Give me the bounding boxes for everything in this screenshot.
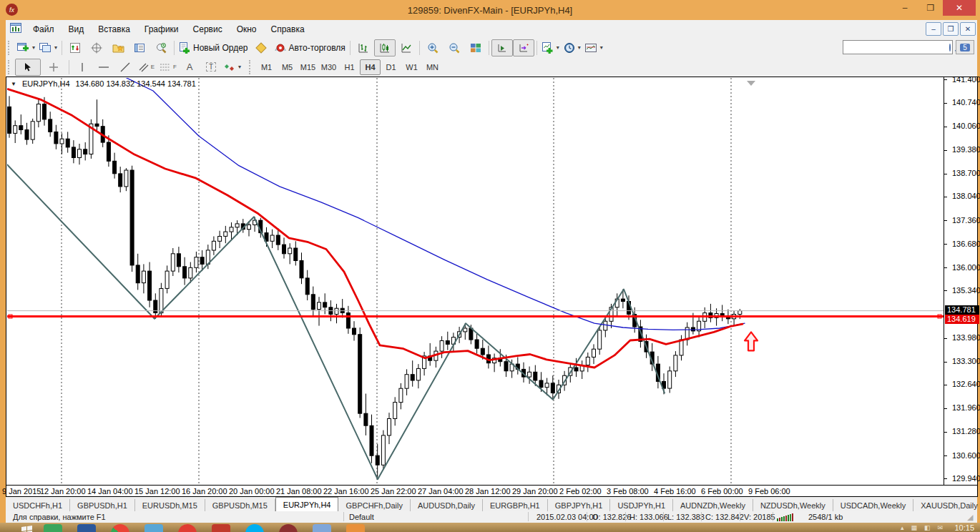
search-input[interactable]	[843, 42, 949, 52]
search-icon[interactable]	[949, 44, 951, 51]
chart-tab-usdchfh-h1[interactable]: USDCHFh,H1	[6, 499, 70, 511]
app-maroon[interactable]	[279, 524, 298, 532]
text-label-tool-button[interactable]: T	[200, 59, 222, 76]
vertical-line-tool-button[interactable]	[72, 59, 93, 76]
chart-tab-audusdh-daily[interactable]: AUDUSDh,Daily	[411, 499, 483, 511]
timeframe-h1[interactable]: H1	[339, 59, 360, 75]
tile-windows-button[interactable]	[465, 39, 486, 56]
app-green[interactable]	[44, 524, 62, 532]
chart-tab-eurusdh-m15[interactable]: EURUSDh,M15	[135, 499, 205, 511]
text-tool-button[interactable]: A	[179, 59, 200, 76]
horizontal-line-tool-button[interactable]	[93, 59, 114, 76]
app-word[interactable]	[77, 524, 96, 532]
timeframe-m15[interactable]: M15	[298, 59, 318, 75]
chart-tab-gbpjpyh-h1[interactable]: GBPJPYh,H1	[548, 499, 611, 511]
zoom-in-button[interactable]	[422, 39, 444, 56]
app-explorer[interactable]	[313, 524, 331, 532]
timeframe-m1[interactable]: M1	[256, 59, 277, 75]
trendline-tool-button[interactable]	[114, 59, 136, 76]
periods-button[interactable]: ▾	[562, 39, 583, 56]
app-red[interactable]	[212, 524, 230, 532]
navigator-button[interactable]	[107, 39, 129, 56]
timeframe-h4[interactable]: H4	[360, 59, 381, 75]
app-orange[interactable]	[346, 524, 365, 532]
templates-button[interactable]: ▾	[583, 39, 605, 56]
standard-toolbar: ▾ ▾ Новый Ордер Авто-торговля	[6, 38, 977, 58]
menu-item-сервис[interactable]: Сервис	[186, 20, 230, 38]
indicators-button[interactable]: ▾	[539, 39, 562, 56]
menu-item-вид[interactable]: Вид	[62, 20, 92, 38]
chart-tab-xauusdh-daily[interactable]: XAUUSDh,Daily	[913, 499, 980, 511]
window-close-button[interactable]: ✕	[943, 0, 976, 16]
chart-window[interactable]: 141.400140.740140.060139.380138.700138.0…	[6, 77, 978, 497]
terminal-button[interactable]	[129, 39, 150, 56]
menu-item-окно[interactable]: Окно	[230, 20, 264, 38]
data-window-button[interactable]	[86, 39, 107, 56]
windows-taskbar[interactable]: ▴▦◧✉ 10:15	[0, 523, 980, 532]
zigzag-trendlines[interactable]	[7, 164, 665, 479]
timeframe-mn[interactable]: MN	[422, 59, 443, 75]
resize-grip[interactable]: ◢	[967, 513, 973, 522]
chart-tab-usdcadh-weekly[interactable]: USDCADh,Weekly	[833, 499, 914, 511]
mdi-restore-button[interactable]: ❐	[943, 22, 959, 36]
new-chart-button[interactable]: ▾	[15, 39, 37, 56]
market-watch-button[interactable]	[64, 39, 86, 56]
price-axis[interactable]: 141.400140.740140.060139.380138.700138.0…	[944, 77, 977, 485]
chart-tab-gbpusdh-m15[interactable]: GBPUSDh,M15	[205, 499, 275, 511]
auto-scroll-button[interactable]	[491, 39, 513, 56]
price-chart-svg[interactable]	[7, 78, 944, 485]
menu-item-файл[interactable]: Файл	[26, 20, 62, 38]
moving-average-fast[interactable]	[8, 89, 743, 368]
notifications-button[interactable]: 5	[956, 40, 974, 54]
app-chrome[interactable]	[111, 524, 129, 532]
strategy-tester-button[interactable]	[150, 39, 172, 56]
arrows-tool-button[interactable]: ▾	[222, 59, 243, 76]
line-chart-type-button[interactable]	[396, 39, 417, 56]
menu-item-вставка[interactable]: Вставка	[91, 20, 137, 38]
mdi-close-button[interactable]: ✕	[960, 22, 976, 36]
chart-symbol-label[interactable]: ▼ EURJPYh,H4 134.680 134.832 134.544 134…	[11, 79, 196, 88]
timeframe-w1[interactable]: W1	[401, 59, 422, 75]
new-order-button[interactable]: Новый Ордер	[177, 39, 250, 56]
mdi-minimize-button[interactable]: –	[926, 22, 941, 36]
window-maximize-button[interactable]: ❒	[918, 0, 943, 16]
chart-tab-eurjpyh-h4[interactable]: EURJPYh,H4	[275, 497, 339, 511]
metaeditor-button[interactable]	[250, 39, 272, 56]
system-tray[interactable]: ▴▦◧✉	[901, 524, 943, 531]
toolbar-grip[interactable]	[8, 41, 13, 55]
equidistant-channel-tool-button[interactable]: E	[136, 59, 157, 76]
chart-tab-gbpchfh-daily[interactable]: GBPCHFh,Daily	[338, 499, 410, 511]
toolbar-grip[interactable]	[8, 60, 13, 74]
app-skype[interactable]	[245, 524, 264, 532]
profiles-button[interactable]: ▾	[37, 39, 59, 56]
chart-tab-audnzdh-weekly[interactable]: AUDNZDh,Weekly	[673, 499, 753, 511]
chart-tab-eurgbph-h1[interactable]: EURGBPh,H1	[483, 499, 548, 511]
app-yandex[interactable]	[178, 524, 197, 532]
fibonacci-tool-button[interactable]: F	[157, 59, 179, 76]
autotrade-button[interactable]: Авто-торговля	[272, 39, 348, 56]
chart-tab-gbpusdh-h1[interactable]: GBPUSDh,H1	[70, 499, 135, 511]
up-arrow-annotation[interactable]	[745, 332, 758, 350]
moving-average-slow[interactable]	[121, 78, 745, 330]
start-button[interactable]	[10, 524, 29, 532]
chart-tab-nzdusdh-weekly[interactable]: NZDUSDh,Weekly	[753, 499, 833, 511]
menu-item-графики[interactable]: Графики	[137, 20, 186, 38]
bar-chart-type-button[interactable]	[353, 39, 374, 56]
timeframe-m5[interactable]: M5	[277, 59, 298, 75]
chart-tab-usdjpyh-h1[interactable]: USDJPYh,H1	[610, 499, 673, 511]
symbol-dropdown-icon[interactable]: ▼	[11, 81, 16, 87]
crosshair-tool-button[interactable]	[41, 59, 67, 76]
window-minimize-button[interactable]: –	[893, 0, 917, 16]
timeframe-d1[interactable]: D1	[381, 59, 401, 75]
status-profile[interactable]: Default	[349, 513, 374, 521]
toolbar-grip[interactable]	[249, 60, 254, 74]
zoom-out-button[interactable]	[444, 39, 465, 56]
candlestick-chart-type-button[interactable]	[374, 39, 396, 56]
menu-item-справка[interactable]: Справка	[264, 20, 312, 38]
app-blue[interactable]	[144, 524, 163, 532]
timeframe-m30[interactable]: M30	[318, 59, 339, 75]
time-axis[interactable]: 9 Jan 201512 Jan 20:0014 Jan 04:0015 Jan…	[6, 485, 977, 496]
cursor-tool-button[interactable]	[15, 59, 41, 76]
chart-shift-marker[interactable]	[747, 81, 755, 86]
chart-shift-button[interactable]	[513, 39, 534, 56]
